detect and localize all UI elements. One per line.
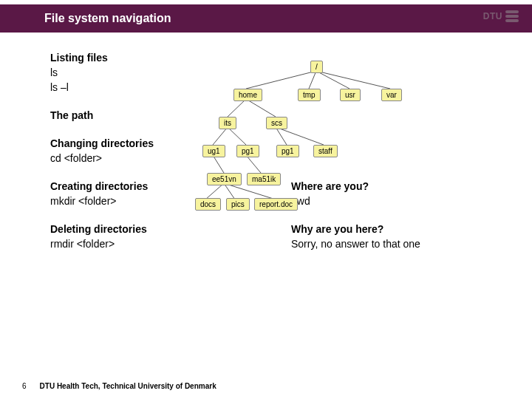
tree-node-root: / bbox=[310, 61, 323, 73]
svg-line-4 bbox=[228, 99, 246, 117]
rmdir-cmd: rmdir <folder> bbox=[50, 238, 262, 250]
tree-node-pg1b: pg1 bbox=[276, 145, 299, 157]
tree-node-its: its bbox=[219, 117, 236, 129]
tree-node-var: var bbox=[381, 89, 402, 101]
tree-node-ug1: ug1 bbox=[202, 145, 225, 157]
tree-node-pg1a: pg1 bbox=[236, 145, 259, 157]
svg-line-0 bbox=[246, 71, 316, 89]
logo-bars-icon bbox=[505, 10, 519, 22]
tree-node-home: home bbox=[233, 89, 262, 101]
svg-line-1 bbox=[309, 71, 316, 89]
svg-line-6 bbox=[213, 127, 228, 145]
svg-line-2 bbox=[316, 71, 349, 89]
slide-footer: 6 DTU Health Tech, Technical University … bbox=[22, 382, 216, 390]
filesystem-tree-diagram: / home tmp usr var its scs ug1 pg1 pg1 s… bbox=[205, 58, 427, 198]
footer-org: DTU Health Tech, Technical University of… bbox=[40, 382, 216, 390]
svg-line-7 bbox=[228, 127, 246, 145]
svg-line-12 bbox=[205, 183, 224, 198]
why-text: Sorry, no answer to that one bbox=[291, 238, 502, 250]
svg-line-11 bbox=[246, 155, 261, 173]
tree-node-tmp: tmp bbox=[298, 89, 321, 101]
tree-node-ee51vn: ee51vn bbox=[207, 173, 242, 185]
svg-line-8 bbox=[276, 127, 287, 145]
slide-body: Listing files ls ls –l The path Changing… bbox=[50, 52, 502, 266]
tree-node-report: report.doc bbox=[254, 198, 298, 211]
svg-line-10 bbox=[213, 155, 224, 173]
why-heading: Why are you here? bbox=[291, 223, 502, 235]
svg-line-9 bbox=[276, 127, 324, 145]
tree-node-pics: pics bbox=[226, 198, 250, 211]
tree-node-ma51ik: ma51ik bbox=[247, 173, 281, 185]
slide-title-bar: File system navigation bbox=[0, 4, 532, 33]
rmdir-heading: Deleting directories bbox=[50, 223, 262, 235]
tree-node-staff: staff bbox=[313, 145, 338, 157]
tree-node-docs: docs bbox=[195, 198, 221, 211]
slide-title: File system navigation bbox=[44, 12, 171, 24]
logo-text: DTU bbox=[483, 11, 502, 21]
page-number: 6 bbox=[22, 382, 27, 390]
rmdir-block: Deleting directories rmdir <folder> bbox=[50, 223, 262, 250]
svg-line-14 bbox=[224, 183, 276, 198]
svg-line-5 bbox=[246, 99, 276, 117]
tree-node-scs: scs bbox=[266, 117, 287, 129]
tree-node-usr: usr bbox=[340, 89, 361, 101]
svg-line-3 bbox=[316, 71, 390, 89]
dtu-logo: DTU bbox=[483, 10, 519, 22]
why-block: Why are you here? Sorry, no answer to th… bbox=[291, 223, 502, 250]
svg-line-13 bbox=[224, 183, 235, 198]
